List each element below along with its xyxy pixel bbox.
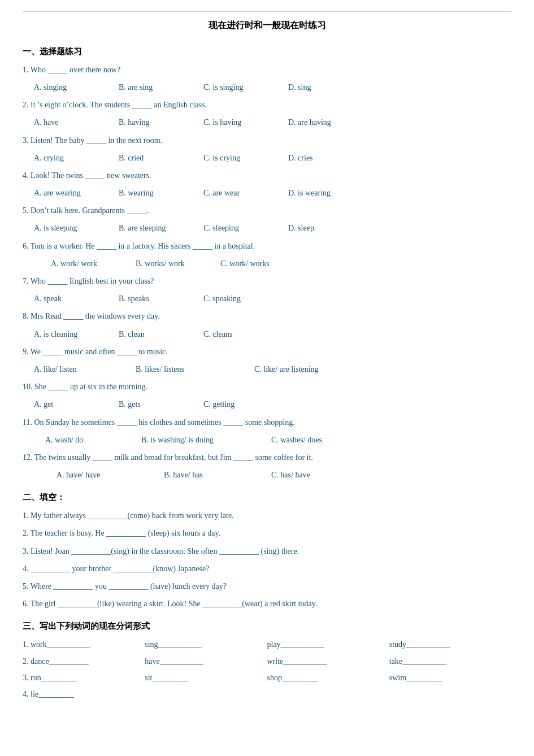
- option-6-c: C. work/ works: [220, 257, 288, 271]
- question-9: 9. We _____ music and often _____ to mus…: [23, 345, 511, 359]
- options-7: A. speak B. speaks C. speaking: [34, 292, 511, 306]
- option-row-12: A. have/ have B. have/ has C. has/ have: [34, 468, 511, 482]
- question-8: 8. Mrs Read _____ the windows every day.: [23, 309, 511, 323]
- question-1: 1. Who _____ over there now?: [23, 63, 511, 77]
- options-8: A. is cleaning B. clean C. cleans: [34, 327, 511, 341]
- participle-1-sing: sing___________: [145, 637, 267, 651]
- participle-2-take: take___________: [389, 654, 511, 668]
- option-3-d: D. cries: [288, 151, 356, 165]
- participle-4-empty-1: [145, 687, 267, 701]
- option-3-c: C. is crying: [203, 151, 271, 165]
- page-title: 现在进行时和一般现在时练习: [23, 18, 511, 34]
- option-7-a: A. speak: [34, 292, 102, 306]
- options-11: A. wash/ do B. is washing/ is doing C. w…: [34, 433, 511, 447]
- option-1-a: A. singing: [34, 80, 102, 94]
- participle-3-swim: swim_________: [389, 671, 511, 685]
- options-2: A. have B. having C. is having D. are ha…: [34, 115, 511, 129]
- participle-row-1: 1. work___________ sing___________ play_…: [23, 637, 511, 651]
- question-4: 4. Look! The twins _____ new sweaters.: [23, 168, 511, 183]
- option-9-b: B. likes/ listens: [136, 362, 237, 376]
- option-10-c: C. getting: [203, 397, 271, 411]
- participle-row-3: 3. run_________ sit_________ shop_______…: [23, 671, 511, 685]
- option-row-1: A. singing B. are sing C. is singing D. …: [34, 80, 511, 94]
- option-5-b: B. are sleeping: [119, 221, 186, 235]
- question-7: 7. Who _____ English best in your class?: [23, 274, 511, 288]
- option-11-b: B. is washing/ is doing: [141, 433, 254, 447]
- option-11-a: A. wash/ do: [45, 433, 124, 447]
- option-4-a: A. are wearing: [34, 186, 102, 200]
- option-8-a: A. is cleaning: [34, 327, 102, 341]
- options-4: A. are wearing B. wearing C. are wear D.…: [34, 186, 511, 200]
- option-7-c: C. speaking: [203, 292, 271, 306]
- option-6-b: B. works/ work: [136, 257, 203, 271]
- participle-2-write: write___________: [267, 654, 389, 668]
- option-3-b: B. cried: [119, 151, 186, 165]
- participle-3-sit: sit_________: [145, 671, 267, 685]
- question-5: 5. Don’t talk here. Grandparents _____.: [23, 203, 511, 218]
- option-1-b: B. are sing: [119, 80, 186, 94]
- option-row-9: A. like/ listen B. likes/ listens C. lik…: [34, 362, 511, 376]
- option-row-5: A. is sleeping B. are sleeping C. sleepi…: [34, 221, 511, 235]
- participle-1-work: 1. work___________: [23, 637, 145, 651]
- option-8-c: C. cleans: [203, 327, 271, 341]
- options-10: A. get B. gets C. getting: [34, 397, 511, 411]
- option-5-d: D. sleep: [288, 221, 356, 235]
- options-12: A. have/ have B. have/ has C. has/ have: [34, 468, 511, 482]
- option-8-b: B. clean: [119, 327, 186, 341]
- option-2-c: C. is having: [203, 115, 271, 129]
- participle-row-2: 2. dance__________ have___________ write…: [23, 654, 511, 668]
- section-1-title: 一、选择题练习: [23, 44, 511, 59]
- option-row-4: A. are wearing B. wearing C. are wear D.…: [34, 186, 511, 200]
- fill-q2: 2. The teacher is busy. He __________ (s…: [23, 526, 511, 540]
- option-4-b: B. wearing: [119, 186, 186, 200]
- option-11-c: C. washes/ does: [271, 433, 339, 447]
- option-10-b: B. gets: [119, 397, 186, 411]
- option-5-a: A. is sleeping: [34, 221, 102, 235]
- option-1-c: C. is singing: [203, 80, 271, 94]
- section-2: 二、填空： 1. My father always __________(com…: [23, 490, 511, 611]
- section-3-title: 三、写出下列动词的现在分词形式: [23, 619, 511, 634]
- participle-2-dance: 2. dance__________: [23, 654, 145, 668]
- fill-q1: 1. My father always __________(come) bac…: [23, 509, 511, 523]
- top-divider: [23, 11, 511, 12]
- question-3: 3. Listen! The baby _____ in the next ro…: [23, 133, 511, 147]
- option-7-b: B. speaks: [119, 292, 186, 306]
- option-4-d: D. is wearing: [288, 186, 356, 200]
- participle-row-4: 4. lie_________: [23, 687, 511, 701]
- option-12-a: A. have/ have: [57, 468, 147, 482]
- question-12: 12. The twins usually _____ milk and bre…: [23, 450, 511, 464]
- option-2-b: B. having: [119, 115, 186, 129]
- option-2-d: D. are having: [288, 115, 356, 129]
- options-6: A. work/ work B. works/ work C. work/ wo…: [34, 257, 511, 271]
- participle-3-shop: shop_________: [267, 671, 389, 685]
- option-row-3: A. crying B. cried C. is crying D. cries: [34, 151, 511, 165]
- fill-q4: 4. __________ your brother __________(kn…: [23, 562, 511, 576]
- participle-4-empty-2: [267, 687, 389, 701]
- section-3: 三、写出下列动词的现在分词形式 1. work___________ sing_…: [23, 619, 511, 701]
- question-10: 10. She _____ up at six in the morning.: [23, 380, 511, 394]
- participle-1-study: study___________: [389, 637, 511, 651]
- option-4-c: C. are wear: [203, 186, 271, 200]
- options-3: A. crying B. cried C. is crying D. cries: [34, 151, 511, 165]
- fill-q6: 6. The girl __________(like) wearing a s…: [23, 597, 511, 611]
- option-9-a: A. like/ listen: [34, 362, 119, 376]
- option-2-a: A. have: [34, 115, 102, 129]
- option-row-11: A. wash/ do B. is washing/ is doing C. w…: [34, 433, 511, 447]
- participle-2-have: have___________: [145, 654, 267, 668]
- option-3-a: A. crying: [34, 151, 102, 165]
- participle-4-lie: 4. lie_________: [23, 687, 145, 701]
- fill-q3: 3. Listen! Joan __________(sing) in the …: [23, 544, 511, 558]
- options-5: A. is sleeping B. are sleeping C. sleepi…: [34, 221, 511, 235]
- options-9: A. like/ listen B. likes/ listens C. lik…: [34, 362, 511, 376]
- participle-4-empty-3: [389, 687, 511, 701]
- participle-1-play: play___________: [267, 637, 389, 651]
- option-12-c: C. has/ have: [271, 468, 339, 482]
- section-1: 一、选择题练习 1. Who _____ over there now? A. …: [23, 44, 511, 483]
- option-row-8: A. is cleaning B. clean C. cleans: [34, 327, 511, 341]
- option-row-6: A. work/ work B. works/ work C. work/ wo…: [34, 257, 511, 271]
- option-1-d: D. sing: [288, 80, 356, 94]
- option-row-7: A. speak B. speaks C. speaking: [34, 292, 511, 306]
- option-10-a: A. get: [34, 397, 102, 411]
- question-6: 6. Tom is a worker. He _____ in a factor…: [23, 239, 511, 253]
- option-12-b: B. have/ has: [164, 468, 254, 482]
